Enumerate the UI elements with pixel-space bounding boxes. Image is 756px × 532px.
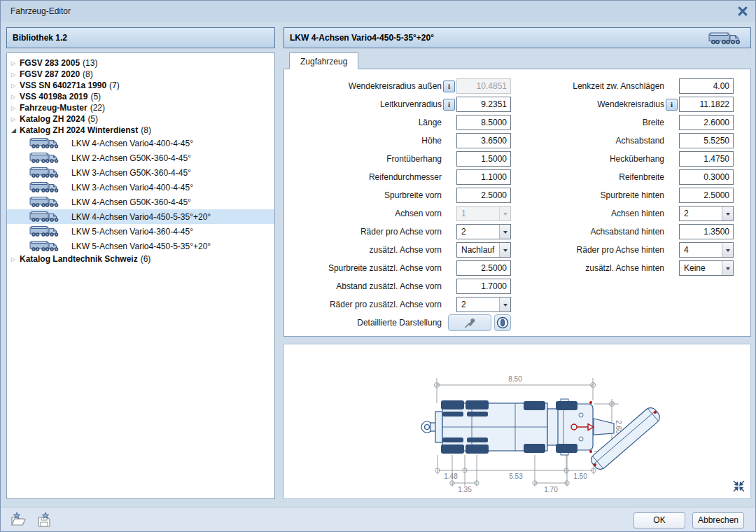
field-input[interactable]: [679, 97, 734, 112]
field-label: Breite: [503, 118, 664, 127]
tree-vehicle-item[interactable]: LKW 4-Achsen Vario4-400-4-45°: [7, 136, 274, 150]
tree-category-count: (22): [90, 103, 105, 113]
truck-icon: [29, 240, 60, 252]
form-row: Frontüberhang: [288, 150, 511, 168]
expand-arrow-icon[interactable]: ▷: [11, 116, 20, 122]
tab-zugfahrzeug[interactable]: Zugfahrzeug: [289, 52, 358, 69]
tree-vehicle-label: LKW 3-Achsen G50K-360-4-45°: [71, 168, 191, 178]
field-input[interactable]: [679, 169, 734, 185]
tree-vehicle-item[interactable]: LKW 5-Achsen Vario4-450-5-35°+20°: [7, 239, 274, 253]
form-row: Achsabstand hinten: [503, 223, 734, 241]
tree-vehicle-item[interactable]: LKW 4-Achsen G50K-360-4-45°: [7, 195, 274, 209]
form-row: Leitkurvenradiusi: [288, 95, 511, 113]
library-title: Bibliothek 1.2: [13, 33, 67, 43]
form-row: Räder pro zusätzl. Achse vorn2: [288, 295, 511, 314]
form-row: Räder pro Achse vorn2: [288, 223, 511, 241]
titlebar: Fahrzeug-Editor: [1, 1, 756, 22]
svg-text:1.70: 1.70: [544, 486, 558, 493]
info-icon[interactable]: i: [443, 99, 455, 111]
field-dropdown[interactable]: 2: [679, 206, 734, 221]
svg-text:1.50: 1.50: [573, 472, 587, 480]
chevron-down-icon[interactable]: [722, 243, 733, 257]
zoom-fit-icon[interactable]: [733, 480, 745, 494]
field-dropdown[interactable]: 2: [456, 297, 511, 312]
tree-vehicle-item[interactable]: LKW 3-Achsen G50K-360-4-45°: [7, 165, 274, 180]
field-label: Achsen hinten: [503, 209, 664, 218]
pipette-button[interactable]: [448, 314, 491, 331]
expand-arrow-icon[interactable]: ▷: [11, 83, 20, 89]
tree-category[interactable]: ▷VSS SN 640271a 1990(7): [7, 80, 274, 91]
close-icon[interactable]: [736, 5, 750, 18]
chevron-down-icon[interactable]: [722, 261, 733, 275]
tree-category-count: (7): [109, 80, 120, 90]
tree-vehicle-item[interactable]: LKW 2-Achsen G50K-360-4-45°: [7, 150, 274, 165]
field-input[interactable]: [679, 188, 734, 203]
field-input[interactable]: [456, 279, 511, 294]
expand-arrow-icon[interactable]: ▷: [11, 60, 20, 66]
save-vehicle-favorite-button[interactable]: [36, 512, 52, 529]
footer-bar: OK Abbrechen: [1, 507, 756, 532]
field-label: Leitkurvenradius: [288, 99, 442, 109]
field-dropdown[interactable]: 4: [679, 242, 734, 258]
tree-category[interactable]: ▷FGSV 287 2020(8): [7, 69, 274, 80]
open-vehicle-favorite-button[interactable]: [10, 512, 27, 529]
form-row: Breite: [503, 113, 734, 132]
tree-category[interactable]: ▷Fahrzeug-Muster(22): [7, 102, 274, 113]
tree-vehicle-label: LKW 3-Achsen Vario4-400-4-45°: [71, 183, 193, 192]
field-input[interactable]: [679, 151, 734, 167]
tree-category[interactable]: ▷FGSV 283 2005(13): [7, 57, 274, 69]
form-row: Wendekreisradiusi: [503, 95, 734, 113]
field-input[interactable]: [679, 133, 734, 148]
tree-vehicle-item[interactable]: LKW 5-Achsen Vario4-360-4-45°: [7, 224, 274, 239]
field-label: Spurbreite zusätzl. Achse vorn: [288, 263, 442, 273]
info-icon[interactable]: i: [666, 99, 678, 111]
field-label: zusätzl. Achse hinten: [503, 263, 664, 273]
vehicle-form: Wendekreisradius außeniLeitkurvenradiusi…: [284, 69, 751, 337]
vehicle-top-view-diagram: 8.50 2.60 1.48 5.53 1.50 1.35 1.70: [284, 344, 750, 498]
form-column-left: Wendekreisradius außeniLeitkurvenradiusi…: [288, 77, 511, 332]
expand-arrow-icon[interactable]: ▷: [11, 256, 20, 262]
info-slot: i: [664, 99, 679, 111]
orientation-toggle-button[interactable]: [494, 314, 511, 331]
field-label: Spurbreite vorn: [288, 190, 442, 200]
tree-vehicle-label: LKW 2-Achsen G50K-360-4-45°: [71, 153, 191, 163]
field-label: Detaillierte Darstellung: [288, 318, 442, 328]
diagram-panel: 8.50 2.60 1.48 5.53 1.50 1.35 1.70: [284, 344, 751, 499]
field-label: Lenkzeit zw. Anschlägen: [503, 81, 664, 91]
expand-arrow-icon[interactable]: ▷: [11, 71, 20, 78]
form-row: Spurbreite vorn: [288, 186, 511, 204]
info-slot: i: [442, 80, 456, 92]
tree-category[interactable]: ◢Katalog ZH 2024 Winterdienst(8): [7, 125, 274, 136]
info-icon[interactable]: i: [443, 80, 455, 92]
dropdown-value: 2: [680, 209, 722, 218]
tree-category[interactable]: ▷Katalog Landtechnik Schweiz(6): [7, 253, 274, 265]
field-dropdown[interactable]: Keine: [679, 260, 734, 276]
form-row: Lenkzeit zw. Anschlägen: [503, 77, 734, 95]
tree-vehicle-item[interactable]: LKW 3-Achsen Vario4-400-4-45°: [7, 180, 274, 195]
chevron-down-icon[interactable]: [499, 298, 510, 312]
library-panel-header: Bibliothek 1.2: [6, 27, 275, 48]
tree-category[interactable]: ▷Katalog ZH 2024(5): [7, 113, 274, 125]
tree-vehicle-label: LKW 5-Achsen Vario4-360-4-45°: [71, 227, 193, 237]
cancel-button[interactable]: Abbrechen: [692, 512, 744, 528]
field-label: Höhe: [288, 136, 442, 146]
window-title: Fahrzeug-Editor: [10, 6, 71, 16]
expand-arrow-icon[interactable]: ▷: [11, 105, 20, 111]
tree-category-label: VSS 40198a 2019: [20, 92, 88, 102]
tree-category[interactable]: ▷VSS 40198a 2019(5): [7, 91, 274, 102]
svg-text:1.35: 1.35: [458, 486, 472, 493]
field-label: Räder pro Achse vorn: [288, 227, 442, 237]
expand-arrow-icon[interactable]: ▷: [11, 94, 20, 100]
field-input[interactable]: [679, 78, 734, 94]
field-label: Frontüberhang: [288, 154, 442, 164]
field-input[interactable]: [679, 115, 734, 130]
tree-category-count: (5): [90, 92, 101, 102]
chevron-down-icon[interactable]: [722, 206, 733, 220]
field-input[interactable]: [679, 224, 734, 239]
collapse-arrow-icon[interactable]: ◢: [11, 127, 20, 134]
ok-button[interactable]: OK: [634, 512, 685, 528]
field-label: Räder pro zusätzl. Achse vorn: [288, 300, 442, 309]
tree-vehicle-label: LKW 4-Achsen Vario4-450-5-35°+20°: [71, 212, 211, 222]
tree-vehicle-item-selected[interactable]: LKW 4-Achsen Vario4-450-5-35°+20°: [7, 209, 274, 224]
vehicle-panel-header: LKW 4-Achsen Vario4-450-5-35°+20°: [284, 27, 751, 48]
